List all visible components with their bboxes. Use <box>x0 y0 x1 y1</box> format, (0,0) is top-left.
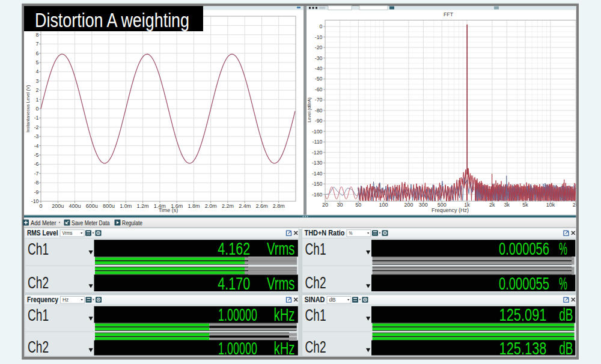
svg-text:Vrms: Vrms <box>267 239 295 258</box>
svg-text:2: 2 <box>36 87 39 93</box>
svg-text:-4: -4 <box>34 143 39 149</box>
svg-text:Level (dBrA): Level (dBrA) <box>307 97 312 123</box>
svg-text:%: % <box>349 229 353 236</box>
svg-text:-80: -80 <box>315 108 323 114</box>
svg-text:-20: -20 <box>315 44 323 50</box>
svg-text:-10: -10 <box>315 34 323 40</box>
svg-text:1.2m: 1.2m <box>137 203 149 209</box>
svg-text:Regulate: Regulate <box>122 219 142 226</box>
svg-text:kHz: kHz <box>274 339 295 358</box>
svg-text:0.000055: 0.000055 <box>499 274 549 293</box>
svg-text:-70: -70 <box>315 97 323 103</box>
svg-text:-5: -5 <box>34 152 39 158</box>
svg-text:SINAD: SINAD <box>305 296 325 304</box>
svg-text:1.00000: 1.00000 <box>218 305 257 324</box>
svg-text:Ch1: Ch1 <box>305 306 326 324</box>
svg-text:10k: 10k <box>546 202 555 208</box>
svg-text:-9: -9 <box>34 189 39 195</box>
svg-text:Ch2: Ch2 <box>28 338 49 356</box>
svg-text:-7: -7 <box>34 171 39 177</box>
svg-text:Time (s): Time (s) <box>159 207 178 213</box>
svg-text:200u: 200u <box>52 203 64 209</box>
svg-text:2.4m: 2.4m <box>239 203 251 209</box>
svg-text:dB: dB <box>329 296 336 303</box>
svg-text:Ch2: Ch2 <box>28 274 49 292</box>
svg-text:800u: 800u <box>103 203 115 209</box>
svg-text:20: 20 <box>322 202 328 208</box>
svg-text:200: 200 <box>404 202 413 208</box>
svg-text:Ch2: Ch2 <box>305 274 326 292</box>
svg-text:4.162: 4.162 <box>218 239 250 258</box>
svg-text:2.0m: 2.0m <box>205 203 217 209</box>
svg-text:4: 4 <box>36 68 39 74</box>
svg-text:-150: -150 <box>312 181 323 187</box>
svg-text:50: 50 <box>355 202 361 208</box>
svg-text:2.2m: 2.2m <box>222 203 234 209</box>
svg-text:-130: -130 <box>312 160 323 166</box>
svg-text:1.00000: 1.00000 <box>218 339 257 358</box>
svg-text:1.0m: 1.0m <box>120 203 132 209</box>
svg-text:dB: dB <box>559 339 573 358</box>
svg-text:-50: -50 <box>315 76 323 82</box>
svg-text:-10: -10 <box>31 198 39 204</box>
svg-text:-100: -100 <box>312 129 323 135</box>
svg-text:125.091: 125.091 <box>499 305 547 324</box>
svg-text:Add Meter: Add Meter <box>31 219 56 226</box>
svg-text:Frequency: Frequency <box>27 296 58 304</box>
svg-text:Ch1: Ch1 <box>28 240 49 258</box>
svg-text:%: % <box>559 239 567 258</box>
svg-text:Ch1: Ch1 <box>305 240 326 258</box>
svg-text:8: 8 <box>36 32 39 38</box>
svg-text:2k: 2k <box>489 202 495 208</box>
svg-text:6: 6 <box>36 50 39 56</box>
svg-text:2.8m: 2.8m <box>273 203 285 209</box>
svg-text:kHz: kHz <box>274 305 295 324</box>
svg-text:0: 0 <box>39 203 42 209</box>
svg-text:2.6m: 2.6m <box>255 203 267 209</box>
svg-text:125.138: 125.138 <box>499 339 547 358</box>
svg-text:100: 100 <box>379 202 388 208</box>
svg-text:-2: -2 <box>34 124 39 130</box>
svg-text:-140: -140 <box>312 171 323 177</box>
svg-text:RMS Level: RMS Level <box>27 229 58 237</box>
svg-text:30: 30 <box>337 202 343 208</box>
svg-text:0: 0 <box>320 23 323 29</box>
svg-text:-30: -30 <box>315 55 323 61</box>
svg-text:-160: -160 <box>312 192 323 198</box>
svg-text:-60: -60 <box>315 86 323 93</box>
svg-text:0: 0 <box>36 106 39 112</box>
svg-text:4.170: 4.170 <box>218 274 250 293</box>
svg-text:5k: 5k <box>522 202 528 208</box>
svg-text:dB: dB <box>559 305 573 324</box>
svg-text:1.8m: 1.8m <box>188 203 200 209</box>
svg-text:Frequency (Hz): Frequency (Hz) <box>432 207 469 213</box>
svg-text:-1: -1 <box>34 115 39 121</box>
svg-text:-6: -6 <box>34 161 39 167</box>
svg-text:FFT: FFT <box>444 11 454 17</box>
svg-text:%: % <box>559 274 567 293</box>
svg-text:Instantaneous Level (V): Instantaneous Level (V) <box>25 85 31 133</box>
svg-text:Vrms: Vrms <box>63 229 73 236</box>
svg-text:5: 5 <box>36 59 39 65</box>
svg-text:-40: -40 <box>315 65 323 71</box>
svg-text:3k: 3k <box>504 202 510 208</box>
svg-text:Ch1: Ch1 <box>28 306 49 324</box>
svg-text:Ch2: Ch2 <box>305 338 326 356</box>
svg-text:Vrms: Vrms <box>267 274 295 293</box>
svg-text:400u: 400u <box>69 203 81 209</box>
svg-text:-8: -8 <box>34 180 39 186</box>
svg-text:0.000056: 0.000056 <box>499 239 549 258</box>
svg-text:600u: 600u <box>86 203 98 209</box>
svg-text:300: 300 <box>419 202 428 208</box>
svg-text:1: 1 <box>36 97 39 103</box>
svg-text:-110: -110 <box>313 139 323 145</box>
svg-text:Distortion A weighting: Distortion A weighting <box>35 8 189 31</box>
svg-text:THD+N Ratio: THD+N Ratio <box>305 229 345 237</box>
svg-text:Save Meter Data: Save Meter Data <box>72 219 110 226</box>
svg-text:-90: -90 <box>315 118 323 124</box>
svg-text:Hz: Hz <box>63 296 69 303</box>
svg-text:-3: -3 <box>34 133 39 139</box>
svg-text:-120: -120 <box>312 150 323 156</box>
svg-text:3: 3 <box>36 78 39 84</box>
svg-text:7: 7 <box>36 41 39 47</box>
